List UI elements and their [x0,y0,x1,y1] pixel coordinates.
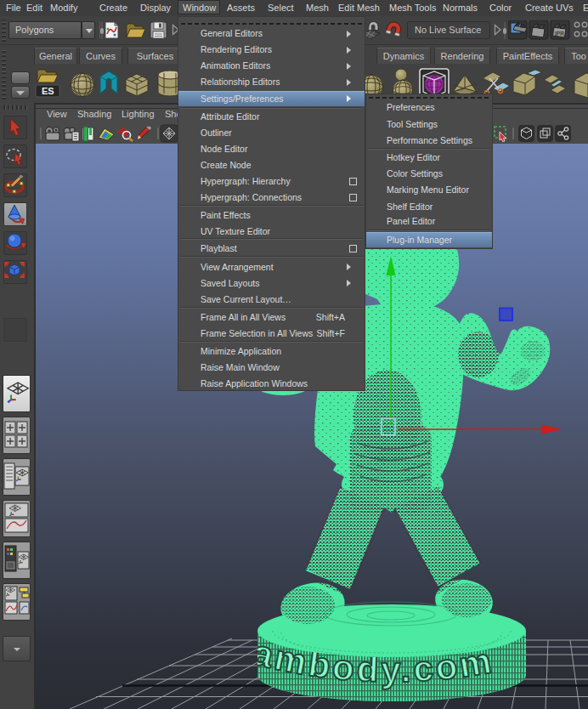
svg-text:IPR: IPR [555,31,564,37]
svg-text:ES: ES [42,86,54,96]
